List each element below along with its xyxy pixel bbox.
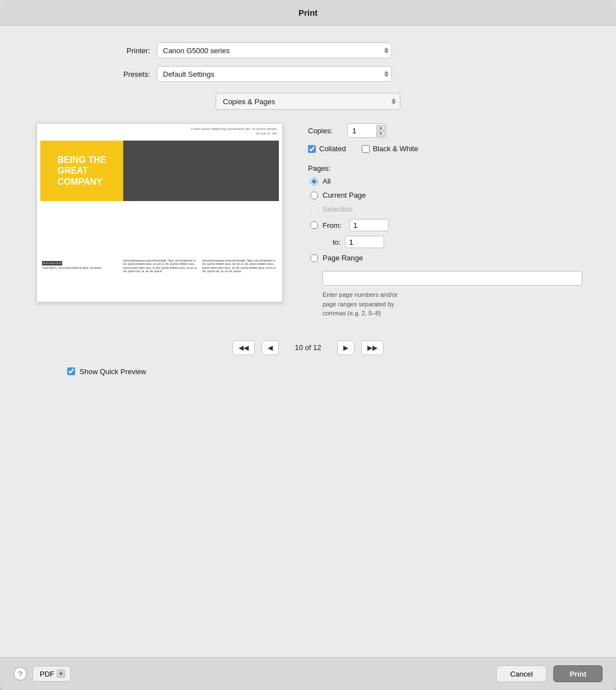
selection-radio[interactable] — [310, 206, 318, 213]
page-preview: Lorem ipsum adipiscing consectetur elit.… — [36, 123, 283, 302]
copies-row: Copies: ▲ ▼ — [308, 123, 582, 138]
to-label: to: — [323, 238, 340, 246]
all-label: All — [323, 177, 330, 185]
copies-decrement-button[interactable]: ▼ — [376, 131, 385, 137]
cancel-button[interactable]: Cancel — [496, 665, 547, 682]
pages-section: Pages: All Current Page — [308, 164, 582, 318]
nav-bar: ◀◀ ◀ 10 of 12 ▶ ▶▶ — [34, 335, 582, 361]
page-range-radio-item[interactable]: Page Range — [310, 254, 582, 262]
selection-label: Selection — [323, 205, 352, 213]
preview-top-text: Lorem ipsum adipiscing consectetur elit.… — [188, 127, 278, 136]
black-white-label: Black & White — [373, 144, 418, 153]
presets-select[interactable]: Default Settings — [157, 66, 392, 82]
presets-label: Presets: — [34, 70, 157, 78]
preview-bottom-section: lorem ipsum vis la Lorem ipsum, vis la n… — [40, 259, 279, 299]
current-page-radio-item[interactable]: Current Page — [310, 191, 582, 199]
page-range-input-wrapper: Enter page numbers and/orpage ranges sep… — [310, 268, 582, 318]
controls-panel: Copies: ▲ ▼ Collated — [308, 123, 582, 318]
selection-radio-item[interactable]: Selection — [310, 205, 582, 213]
print-button[interactable]: Print — [553, 665, 603, 682]
presets-select-wrapper: Default Settings — [157, 66, 392, 82]
all-radio[interactable] — [310, 178, 318, 185]
section-select[interactable]: Copies & Pages — [216, 93, 400, 110]
printer-row: Printer: Canon G5000 series — [34, 43, 582, 58]
print-dialog: Print Printer: Canon G5000 series Preset… — [0, 0, 616, 690]
last-page-button[interactable]: ▶▶ — [361, 341, 384, 355]
footer-left: ? PDF ▼ — [13, 666, 71, 682]
section-dropdown-row: Copies & Pages — [34, 93, 582, 110]
pdf-chevron-icon: ▼ — [57, 669, 66, 678]
preview-yellow-text: BEING THEGREATCOMPANY — [57, 155, 106, 187]
preview-dark-block — [123, 141, 279, 201]
black-white-checkbox[interactable] — [362, 145, 370, 153]
printer-select-wrapper: Canon G5000 series — [157, 43, 392, 58]
next-page-button[interactable]: ▶ — [337, 341, 354, 355]
title-bar: Print — [0, 0, 616, 26]
all-radio-item[interactable]: All — [310, 177, 582, 185]
from-input[interactable] — [349, 219, 389, 231]
copies-stepper: ▲ ▼ — [376, 125, 385, 137]
preview-text-col-2: cartsuredniuquanes,consunhicatumplis. Ta… — [123, 259, 199, 299]
quick-preview-row: Show Quick Preview — [34, 367, 582, 376]
current-page-radio[interactable] — [310, 192, 318, 199]
collated-checkbox[interactable] — [308, 145, 316, 153]
page-range-input[interactable] — [323, 271, 582, 286]
footer-bar: ? PDF ▼ Cancel Print — [0, 657, 616, 690]
checkboxes-row: Collated Black & White — [308, 144, 582, 153]
page-range-radio[interactable] — [310, 254, 318, 262]
main-content: Printer: Canon G5000 series Presets: Def… — [0, 26, 616, 657]
from-label: From: — [323, 221, 342, 230]
from-radio[interactable] — [310, 221, 318, 229]
pages-radio-group: All Current Page Selection — [308, 177, 582, 318]
quick-preview-checkbox[interactable] — [67, 367, 75, 375]
printer-label: Printer: — [34, 46, 157, 55]
dialog-title: Print — [11, 8, 605, 17]
from-radio-item[interactable]: From: — [310, 219, 582, 231]
printer-select[interactable]: Canon G5000 series — [157, 43, 392, 58]
section-select-wrapper: Copies & Pages — [216, 93, 400, 110]
preview-text-col-3: cartsuredniuquanes,consunhicatumplis. Ta… — [202, 259, 279, 299]
content-area: Lorem ipsum adipiscing consectetur elit.… — [34, 123, 582, 318]
pdf-btn-wrapper: PDF ▼ — [32, 666, 71, 682]
collated-label: Collated — [319, 144, 346, 153]
presets-row: Presets: Default Settings — [34, 66, 582, 82]
from-to-section: From: to: — [310, 219, 582, 248]
preview-panel: Lorem ipsum adipiscing consectetur elit.… — [34, 123, 286, 318]
copies-increment-button[interactable]: ▲ — [376, 125, 385, 130]
to-row: to: — [310, 236, 582, 248]
black-white-checkbox-item[interactable]: Black & White — [362, 144, 418, 153]
page-info: 10 of 12 — [286, 343, 330, 352]
page-range-label: Page Range — [323, 254, 363, 262]
preview-text-col-1: lorem ipsum vis la Lorem ipsum, vis la n… — [40, 259, 120, 299]
pdf-button[interactable]: PDF ▼ — [32, 666, 71, 682]
page-range-hint: Enter page numbers and/orpage ranges sep… — [323, 290, 582, 318]
to-input[interactable] — [345, 236, 384, 248]
pages-label: Pages: — [308, 164, 582, 172]
quick-preview-label: Show Quick Preview — [80, 367, 146, 376]
collated-checkbox-item[interactable]: Collated — [308, 144, 346, 153]
help-button[interactable]: ? — [13, 667, 27, 680]
copies-input-wrapper: ▲ ▼ — [347, 123, 386, 138]
footer-right: Cancel Print — [496, 665, 603, 682]
preview-yellow-block: BEING THEGREATCOMPANY — [40, 141, 123, 201]
prev-page-button[interactable]: ◀ — [262, 341, 279, 355]
pdf-label: PDF — [40, 670, 54, 678]
current-page-label: Current Page — [323, 191, 366, 199]
first-page-button[interactable]: ◀◀ — [232, 341, 255, 355]
copies-label: Copies: — [308, 127, 342, 135]
